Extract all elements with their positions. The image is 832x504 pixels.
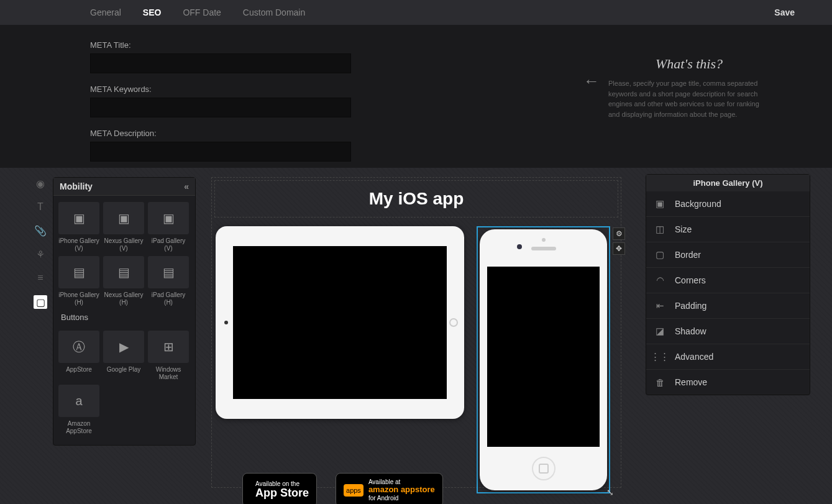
- iphone-screen: [487, 267, 600, 447]
- shadow-icon: ◪: [654, 325, 666, 337]
- resize-handle-icon[interactable]: ⤡: [606, 487, 614, 497]
- image-icon: ▣: [148, 202, 189, 234]
- arrow-left-icon: ←: [583, 71, 600, 91]
- widget-ipad-gallery-h[interactable]: ▤iPad Gallery (H): [148, 256, 189, 306]
- tab-off-date[interactable]: OFF Date: [183, 7, 221, 17]
- properties-panel: iPhone Gallery (V) ▣Background ◫Size ▢Bo…: [646, 174, 810, 395]
- share-icon[interactable]: ⚘: [34, 248, 47, 260]
- amazon-badge-big: amazon appstore: [368, 485, 435, 494]
- size-icon: ◫: [654, 223, 666, 236]
- help-heading: What's this?: [608, 56, 770, 72]
- camera-icon: [517, 244, 522, 249]
- tab-custom-domain[interactable]: Custom Domain: [243, 7, 305, 17]
- image-icon: ▣: [103, 202, 144, 234]
- widget-amazon-appstore[interactable]: aAmazon AppStore: [58, 385, 99, 435]
- background-icon: ▣: [654, 198, 666, 210]
- widget-iphone-gallery-v[interactable]: ▣iPhone Gallery (V): [58, 202, 99, 252]
- meta-description-input[interactable]: [90, 142, 351, 162]
- properties-panel-title: iPhone Gallery (V): [646, 175, 810, 191]
- camera-icon: [224, 321, 228, 324]
- prop-shadow[interactable]: ◪Shadow: [646, 319, 810, 344]
- meta-description-label: META Description:: [90, 129, 832, 138]
- meta-title-label: META Title:: [90, 40, 832, 50]
- appstore-icon: Ⓐ: [58, 331, 99, 363]
- collapse-icon[interactable]: «: [184, 181, 189, 191]
- widget-appstore[interactable]: ⒶAppStore: [58, 331, 99, 381]
- image-icon: ▤: [148, 256, 189, 288]
- attachment-icon[interactable]: 📎: [34, 224, 47, 237]
- speaker-icon: [531, 247, 556, 250]
- play-icon[interactable]: ◉: [34, 177, 47, 190]
- left-tool-rail: ◉ T 📎 ⚘ ≡ ▢: [34, 177, 47, 309]
- widget-ipad-gallery-v[interactable]: ▣iPad Gallery (V): [148, 202, 189, 252]
- lines-icon[interactable]: ≡: [34, 272, 47, 284]
- widget-panel: Mobility « ▣iPhone Gallery (V) ▣Nexus Ga…: [53, 177, 196, 446]
- play-store-icon: ▶: [103, 331, 144, 363]
- meta-keywords-input[interactable]: [90, 98, 351, 117]
- top-tabs-bar: General SEO OFF Date Custom Domain Save: [0, 0, 832, 25]
- widget-section-buttons: Buttons: [53, 310, 195, 324]
- appstore-badge-big: App Store: [255, 487, 309, 500]
- prop-advanced[interactable]: ⋮⋮Advanced: [646, 344, 810, 370]
- widget-iphone-gallery-h[interactable]: ▤iPhone Gallery (H): [58, 256, 99, 306]
- tab-seo[interactable]: SEO: [143, 7, 162, 17]
- seo-settings-panel: META Title: META Keywords: META Descript…: [0, 25, 832, 168]
- widget-nexus-gallery-v[interactable]: ▣Nexus Gallery (V): [103, 202, 144, 252]
- stage-title: My iOS app: [369, 189, 464, 209]
- sensor-icon: [542, 238, 546, 242]
- widget-google-play[interactable]: ▶Google Play: [103, 331, 144, 381]
- design-stage[interactable]: My iOS app ⚙ ✥ ⤡: [211, 177, 621, 488]
- prop-remove[interactable]: 🗑Remove: [646, 370, 810, 395]
- amazon-icon: a: [58, 385, 99, 417]
- prop-background[interactable]: ▣Background: [646, 191, 810, 217]
- home-button-icon: [532, 457, 555, 480]
- prop-padding[interactable]: ⇤Padding: [646, 293, 810, 319]
- gear-icon[interactable]: ⚙: [613, 227, 625, 240]
- amazon-apps-icon: apps: [344, 484, 363, 497]
- padding-icon: ⇤: [654, 300, 666, 312]
- windows-icon: ⊞: [148, 331, 189, 363]
- stage-title-box[interactable]: My iOS app: [214, 180, 618, 218]
- home-button-icon: [449, 318, 458, 327]
- image-icon: ▣: [58, 202, 99, 234]
- prop-border[interactable]: ▢Border: [646, 242, 810, 268]
- border-icon: ▢: [654, 249, 666, 261]
- iphone-mockup[interactable]: [480, 229, 607, 490]
- tab-general[interactable]: General: [90, 7, 121, 17]
- ipad-screen: [233, 246, 447, 399]
- ipad-mockup[interactable]: [216, 226, 464, 419]
- text-icon[interactable]: T: [34, 201, 47, 213]
- appstore-badge[interactable]: Available on theApp Store: [242, 473, 317, 504]
- meta-title-input[interactable]: [90, 53, 351, 73]
- help-note: ← What's this? Please, specify your page…: [608, 56, 770, 119]
- prop-corners[interactable]: ◠Corners: [646, 268, 810, 293]
- widget-nexus-gallery-h[interactable]: ▤Nexus Gallery (H): [103, 256, 144, 306]
- trash-icon: 🗑: [654, 376, 666, 388]
- store-badges: Available on theApp Store apps Available…: [242, 473, 443, 504]
- save-button[interactable]: Save: [774, 7, 795, 17]
- canvas-area: ◉ T 📎 ⚘ ≡ ▢ Mobility « ▣iPhone Gallery (…: [0, 168, 832, 504]
- sliders-icon: ⋮⋮: [654, 351, 666, 363]
- amazon-badge[interactable]: apps Available atamazon appstorefor Andr…: [336, 473, 443, 504]
- iphone-selection[interactable]: ⚙ ✥ ⤡: [477, 226, 610, 493]
- help-body: Please, specify your page title, comma s…: [608, 78, 770, 119]
- corners-icon: ◠: [654, 274, 666, 286]
- prop-size[interactable]: ◫Size: [646, 217, 810, 242]
- widget-panel-title: Mobility: [60, 181, 93, 191]
- device-icon[interactable]: ▢: [34, 295, 47, 309]
- image-icon: ▤: [103, 256, 144, 288]
- move-icon[interactable]: ✥: [613, 242, 625, 255]
- amazon-badge-sub: for Android: [368, 495, 398, 502]
- image-icon: ▤: [58, 256, 99, 288]
- widget-windows-market[interactable]: ⊞Windows Market: [148, 331, 189, 381]
